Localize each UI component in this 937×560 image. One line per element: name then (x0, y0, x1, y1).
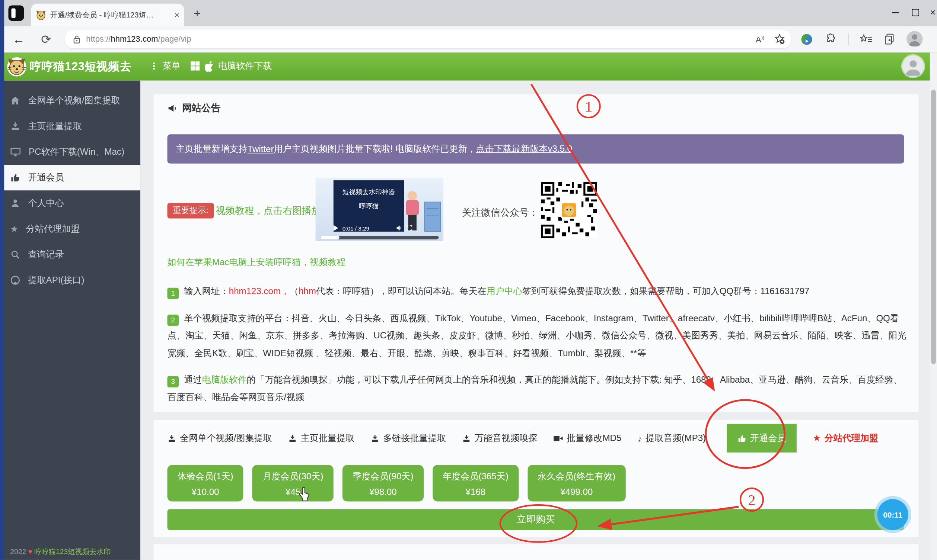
countdown-timer-badge[interactable]: 00:11 (877, 499, 908, 530)
page-scrollbar[interactable] (930, 52, 937, 560)
window-close-button[interactable]: × (921, 0, 937, 25)
monitor-icon (10, 147, 21, 157)
tab-multilink-batch[interactable]: 多链接批量提取 (371, 432, 446, 444)
tab-md5[interactable]: 批量修改MD5 (554, 432, 621, 444)
back-button[interactable]: ← (11, 32, 26, 47)
refresh-button[interactable]: ⟳ (39, 32, 54, 47)
section-divider (154, 537, 919, 545)
video-presenter (408, 191, 417, 201)
plan-quarterly[interactable]: 季度会员(90天)¥98.00 (343, 465, 424, 502)
tab-agent[interactable]: ★ 分站代理加盟 (813, 432, 878, 444)
idm-extension-icon[interactable] (800, 32, 814, 46)
star-icon: ★ (10, 223, 18, 234)
url-text: https://hhm123.com/page/vip (86, 35, 191, 43)
window-left-border (0, 0, 4, 560)
item-number-badge: 3 (167, 376, 179, 388)
tab-title: 开通/续费会员 - 哼哼猫123短视频 (50, 10, 161, 20)
item-number-badge: 2 (167, 315, 179, 326)
sidebar-item-pc-software[interactable]: PC软件下载(Win、Mac) (0, 139, 140, 165)
video-timestamp: 0:01 / 3:29 (343, 225, 369, 231)
tab-sniffer[interactable]: 万能音视频嗅探 (462, 432, 537, 444)
sidebar-item-vip[interactable]: 开通会员 (0, 165, 140, 191)
mouse-cursor-icon (298, 487, 310, 503)
person-icon (10, 198, 20, 208)
github-icon (10, 275, 20, 285)
apple-logo-icon (204, 61, 214, 71)
pricing-plans: 体验会员(1天)¥10.00 月度会员(30天)¥45 季度会员(90天)¥98… (167, 465, 625, 502)
notice-item-3: 3通过电脑版软件的「万能音视频嗅探」功能，可以下载几乎任何网页上的音乐和视频，真… (167, 371, 907, 406)
favorites-bar-icon[interactable] (859, 33, 872, 45)
browser-tab[interactable]: 开通/续费会员 - 哼哼猫123短视频 × (31, 4, 184, 26)
person-icon (902, 55, 924, 77)
search-icon (10, 249, 20, 260)
thumbs-up-icon (10, 172, 20, 183)
site-title[interactable]: 哼哼猫123短视频去 (30, 59, 131, 75)
plan-monthly[interactable]: 月度会员(30天)¥45 (252, 465, 333, 502)
plan-lifetime[interactable]: 永久会员(终生有效)¥499.00 (528, 465, 625, 502)
download-label: 电脑软件下载 (218, 60, 272, 72)
sidebar-item-single-extract[interactable]: 全网单个视频/图集提取 (0, 88, 140, 114)
sidebar-item-profile[interactable]: 个人中心 (0, 191, 140, 216)
music-note-icon: ♪ (638, 433, 642, 443)
announcement-icon (167, 104, 177, 113)
feature-tabs: 全网单个视频/图集提取 主页批量提取 多链接批量提取 万能音视频嗅探 批量修改M… (167, 424, 904, 452)
browser-window: 开通/续费会员 - 哼哼猫123短视频 × + × ← ⟳ https://hh… (0, 0, 937, 560)
plan-yearly[interactable]: 年度会员(365天)¥168 (432, 465, 519, 502)
video-cabinet (425, 202, 441, 232)
extensions-puzzle-icon[interactable] (824, 33, 837, 45)
browser-toolbar: ← ⟳ https://hhm123.com/page/vip A)) (0, 26, 937, 53)
fullscreen-icon[interactable] (406, 225, 412, 231)
important-badge: 重要提示: (167, 203, 214, 218)
new-tab-button[interactable]: + (190, 6, 204, 20)
buy-now-button[interactable]: 立即购买 (167, 509, 904, 530)
cat-logo-icon (7, 57, 27, 77)
close-icon: × (930, 7, 935, 18)
plan-trial[interactable]: 体验会员(1天)¥10.00 (167, 465, 243, 502)
tab-bar: 开通/续费会员 - 哼哼猫123短视频 × + × (0, 0, 937, 26)
tab-close-icon[interactable]: × (174, 10, 179, 20)
read-aloud-icon[interactable]: A)) (756, 34, 765, 44)
windows-logo-icon (190, 61, 200, 71)
star-icon: ★ (813, 433, 821, 444)
tab-vip[interactable]: 开通会员 (727, 424, 797, 452)
video-camera-icon (554, 434, 563, 442)
sidebar-item-api[interactable]: 提取API(接口) (0, 267, 140, 293)
section-divider (154, 412, 919, 420)
vertical-tabs-icon[interactable] (8, 5, 24, 21)
header-download-button[interactable]: 电脑软件下载 (190, 60, 272, 72)
tab-audio[interactable]: ♪ 提取音频(MP3) (638, 432, 706, 444)
browser-profile-avatar[interactable] (906, 31, 923, 47)
download-icon (371, 434, 380, 443)
address-bar[interactable]: https://hhm123.com/page/vip A)) (65, 30, 791, 48)
sidebar-item-history[interactable]: 查询记录 (0, 242, 140, 267)
tutorial-video-thumbnail[interactable]: 短视频去水印神器 哼哼猫 0:01 / 3:29 ⋮ (316, 178, 444, 241)
scrollbar-thumb[interactable] (931, 89, 936, 364)
mac-install-link[interactable]: 如何在苹果Mac电脑上安装哼哼猫，视频教程 (167, 257, 346, 268)
notice-item-2: 2单个视频提取支持的平台：抖音、火山、今日头条、西瓜视频、TikTok、Yout… (167, 309, 907, 362)
sidebar-item-batch-extract[interactable]: 主页批量提取 (0, 114, 140, 139)
video-menu-icon[interactable]: ⋮ (417, 225, 422, 231)
notice-item-1: 1输入网址：hhm123.com，（hhm代表：哼哼猫），即可以访问本站。每天在… (167, 282, 907, 300)
header-menu-button[interactable]: ⋮ 菜单 (149, 60, 180, 72)
site-header: 哼哼猫123短视频去 ⋮ 菜单 电脑软件下载 (0, 52, 937, 80)
sidebar-item-agent[interactable]: ★ 分站代理加盟 (0, 216, 140, 242)
item-number-badge: 1 (167, 288, 179, 299)
person-icon (906, 31, 923, 47)
download-icon (167, 434, 176, 443)
tab-homepage-batch[interactable]: 主页批量提取 (288, 432, 354, 444)
download-icon (288, 434, 297, 443)
video-controls: 0:01 / 3:29 ⋮ (333, 223, 422, 233)
video-progress-bar[interactable] (320, 236, 438, 240)
collections-icon[interactable] (883, 33, 896, 45)
tab-single-extract[interactable]: 全网单个视频/图集提取 (167, 432, 272, 444)
site-user-avatar[interactable] (902, 55, 924, 77)
announcement-banner[interactable]: 主页批量新增支持Twitter用户主页视频图片批量下载啦! 电脑版软件已更新，点… (167, 134, 904, 164)
home-icon (10, 95, 20, 106)
wechat-label: 关注微信公众号： (462, 206, 538, 219)
wechat-qr-code (541, 182, 597, 238)
volume-icon[interactable] (396, 225, 402, 231)
play-icon[interactable] (333, 225, 338, 231)
add-favorite-icon[interactable] (774, 34, 786, 45)
important-text: 视频教程，点击右图播放 (216, 205, 321, 217)
site-logo[interactable] (7, 57, 27, 80)
